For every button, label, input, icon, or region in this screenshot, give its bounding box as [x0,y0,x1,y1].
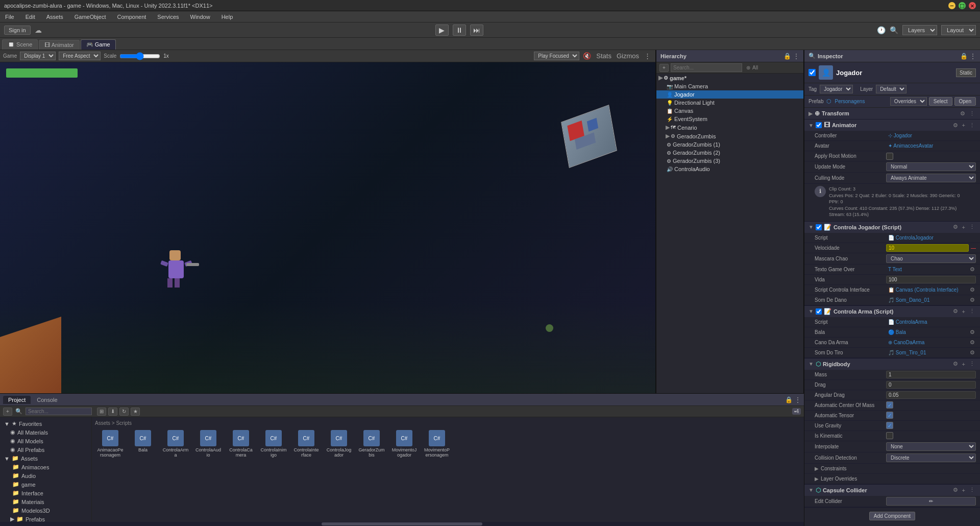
menu-item-gameobject[interactable]: GameObject [72,13,108,21]
project-script-file[interactable]: C#ControlaInterface [291,428,322,460]
import-button[interactable]: ⬇ [108,408,117,416]
cc-add-button[interactable]: + [961,487,966,493]
drag-input[interactable] [886,381,976,389]
hierarchy-item[interactable]: ⚙GeradorZumbis (1) [656,140,803,149]
project-script-file[interactable]: C#ControlaInimigo [258,428,289,460]
transform-settings-button[interactable]: ⚙ [959,110,966,117]
transform-menu-button[interactable]: ⋮ [968,110,976,117]
rb-add-button[interactable]: + [961,361,966,367]
animator-enable-checkbox[interactable] [816,122,822,128]
menu-item-component[interactable]: Component [115,13,148,21]
project-script-file[interactable]: C#MovimentoPersonagem [422,428,452,460]
project-script-file[interactable]: C#GeradorZumbis [356,428,387,460]
avatar-value[interactable]: ✦ AnimacoesAvatar [886,142,976,149]
rigidbody-header[interactable]: ▼ ⬡ Rigidbody ⚙ + ⋮ [804,358,980,370]
scroll-bar[interactable] [0,522,804,526]
scale-slider[interactable] [119,52,160,60]
hierarchy-search-input[interactable] [671,63,742,72]
asset-folder-item[interactable]: 📁game [2,480,89,489]
controla-jogador-header[interactable]: ▼ 📝 Controla Jogador (Script) ⚙ + ⋮ [804,222,980,233]
scroll-thumb[interactable] [322,522,482,525]
hierarchy-item[interactable]: 📋Canvas [656,107,803,115]
use-gravity-checkbox[interactable]: ✓ [886,422,893,429]
mascara-chao-select[interactable]: Chao [886,254,976,263]
display-select[interactable]: Display 1 [20,52,56,60]
controla-jogador-enable[interactable] [816,224,822,230]
gizmos-button[interactable]: Gizmos [615,52,641,60]
overrides-select[interactable]: Overrides [890,97,927,106]
project-script-file[interactable]: C#ControlaAudio [193,428,224,460]
asset-folder-item[interactable]: ▶📁Prefabs [2,515,89,522]
pause-button[interactable]: ⏸ [453,25,466,36]
hierarchy-item[interactable]: ▶⚙game* [656,74,803,82]
play-focused-select[interactable]: Play Focused [534,52,579,60]
assets-header[interactable]: ▼📁Assets [2,454,89,463]
add-component-button[interactable]: Add Component [869,512,915,520]
inspector-more-button[interactable]: ⋮ [970,53,976,60]
layer-select[interactable]: Default [876,85,906,93]
view-button[interactable]: ⊞ [97,408,106,416]
favorites-header[interactable]: ▼★Favorites [2,419,89,428]
project-search-input[interactable] [26,408,92,415]
is-kinematic-checkbox[interactable] [886,432,893,439]
next-button[interactable]: ⏭ [470,25,483,36]
open-prefab-button[interactable]: Open [954,97,976,106]
signin-button[interactable]: Sign in [4,26,31,35]
rb-settings-button[interactable]: ⚙ [952,361,959,367]
favorites-item[interactable]: ◉All Models [2,437,89,445]
asset-folder-item[interactable]: 📁Modelos3D [2,506,89,515]
hierarchy-more-button[interactable]: ⋮ [793,53,799,60]
tab-animator[interactable]: 🎞 Animator [39,40,79,50]
som-tiro-value[interactable]: 🎵 Som_Tiro_01 [886,349,969,356]
project-script-file[interactable]: C#ControlaCamera [226,428,256,460]
hierarchy-item[interactable]: 📷Main Camera [656,82,803,90]
ca-script-value[interactable]: 📄 ControlaArma [886,319,976,325]
hierarchy-item[interactable]: 👤Jogador [656,90,803,99]
auto-com-checkbox[interactable]: ✓ [886,401,893,409]
menu-item-file[interactable]: File [3,13,16,21]
static-button[interactable]: Static [956,68,976,77]
cano-settings[interactable]: ⚙ [969,339,976,346]
hierarchy-item[interactable]: 🔊ControlaAudio [656,165,803,173]
mute-icon[interactable]: 🔇 [581,52,593,60]
bottom-lock-button[interactable]: 🔒 [785,396,793,403]
st-settings[interactable]: ⚙ [969,349,976,356]
object-active-checkbox[interactable] [808,69,816,76]
mass-input[interactable] [886,371,976,378]
bottom-more-button[interactable]: ⋮ [795,396,801,403]
vida-input[interactable] [886,276,976,283]
controla-arma-header[interactable]: ▼ 📝 Controla Arma (Script) ⚙ + ⋮ [804,306,980,317]
play-button[interactable]: ▶ [435,25,449,36]
asset-folder-item[interactable]: 📁Interface [2,489,89,497]
animator-header[interactable]: ▼ 🎞 Animator ⚙ + ⋮ [804,119,980,131]
aspect-select[interactable]: Free Aspect [59,52,101,60]
hierarchy-item[interactable]: ⚙GeradorZumbis (3) [656,157,803,165]
menu-item-assets[interactable]: Assets [44,13,65,21]
controller-value[interactable]: ⊹ Jogador [886,132,976,139]
apply-root-motion-checkbox[interactable] [886,153,893,160]
sd-settings[interactable]: ⚙ [969,297,976,303]
stats-button[interactable]: Stats [595,52,613,60]
hierarchy-item[interactable]: ⚡EventSystem [656,115,803,123]
transform-header[interactable]: ▶ ⊕ Transform ⚙ ⋮ [804,108,980,119]
rb-menu-button[interactable]: ⋮ [968,361,976,367]
cj-script-value[interactable]: 📄 ControlaJogador [886,234,976,241]
hierarchy-item[interactable]: ▶🗺Cenario [656,123,803,132]
maximize-button[interactable]: □ [959,2,966,9]
update-mode-select[interactable]: Normal [886,162,976,171]
project-script-file[interactable]: C#Bala [128,428,158,460]
project-script-file[interactable]: C#ControlaJogador [324,428,354,460]
culling-mode-select[interactable]: Always Animate [886,174,976,182]
script-interface-value[interactable]: 📋 Canvas (Controla Interface) [886,286,969,293]
som-dano-value[interactable]: 🎵 Som_Dano_01 [886,297,969,303]
star-button[interactable]: ★ [131,408,140,416]
project-add-button[interactable]: + [3,408,12,416]
edit-collider-button[interactable]: ✏ [886,497,976,506]
velocidade-input[interactable] [886,244,969,252]
menu-item-window[interactable]: Window [188,13,212,21]
menu-item-help[interactable]: Help [219,13,235,21]
asset-folder-item[interactable]: 📁Materiais [2,497,89,506]
cj-add-button[interactable]: + [961,224,966,230]
bala-value[interactable]: 🔵 Bala [886,329,969,336]
interpolate-select[interactable]: None [886,442,976,451]
